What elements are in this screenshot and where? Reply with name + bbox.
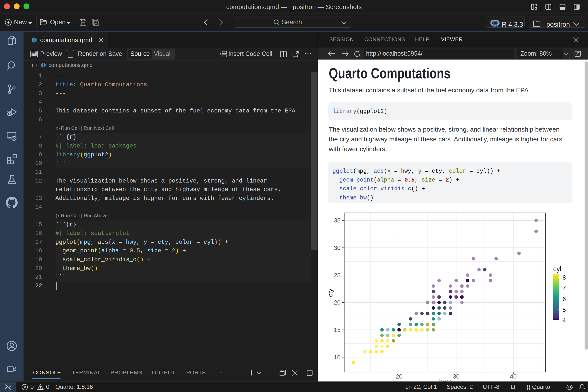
- svg-text:30: 30: [453, 373, 460, 380]
- svg-text:5: 5: [562, 306, 566, 313]
- svg-text:35: 35: [334, 217, 340, 224]
- svg-text:hwy: hwy: [439, 378, 451, 382]
- svg-text:8: 8: [562, 274, 566, 281]
- svg-text:4: 4: [562, 317, 566, 324]
- svg-text:cyl: cyl: [553, 265, 561, 273]
- svg-text:20: 20: [334, 299, 340, 306]
- svg-text:10: 10: [334, 354, 340, 361]
- svg-text:20: 20: [396, 373, 402, 380]
- svg-text:cty: cty: [326, 288, 334, 297]
- svg-text:R: R: [493, 20, 498, 27]
- svg-text:25: 25: [334, 272, 340, 278]
- svg-text:7: 7: [562, 285, 566, 291]
- svg-text:30: 30: [334, 244, 340, 251]
- svg-text:6: 6: [562, 296, 566, 302]
- svg-text:15: 15: [334, 326, 340, 333]
- svg-text:40: 40: [510, 373, 516, 380]
